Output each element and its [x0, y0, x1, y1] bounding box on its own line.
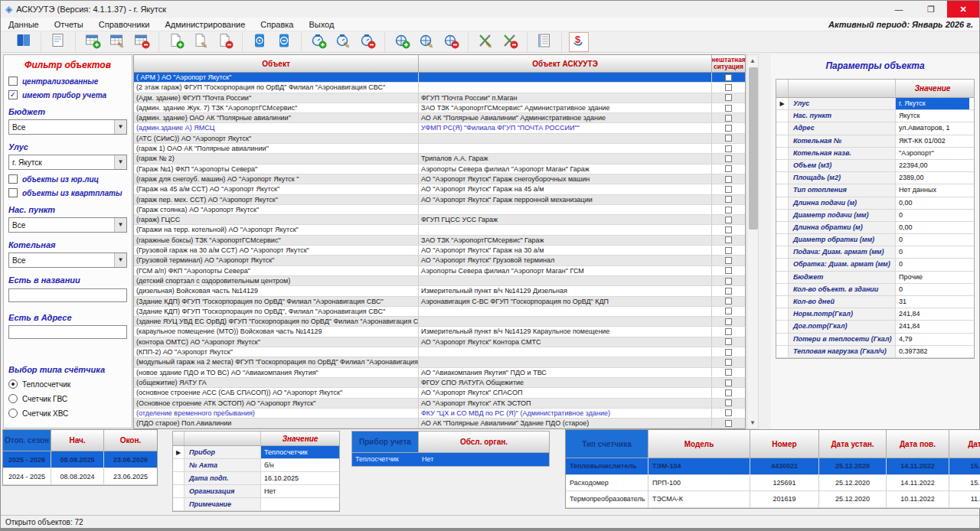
emergency-checkbox[interactable] [725, 145, 732, 152]
meters-column-header[interactable]: Дата сл. [949, 430, 980, 458]
param-row[interactable]: Длинна подачи (м)0,00 [776, 197, 974, 210]
chevron-down-icon[interactable]: ▼ [114, 253, 126, 267]
minimize-button[interactable]: — [883, 1, 915, 18]
object-row[interactable]: ( АРМ ) АО "Аэропорт Якутск" [134, 73, 745, 83]
object-row[interactable]: (детский спортзал с оздоровительным цент… [134, 276, 745, 286]
object-row[interactable]: (Гараж стоянка) АО "Аэропорт Якутск" [134, 205, 745, 215]
scroll-down-icon[interactable]: ▼ [747, 417, 758, 428]
boiler-select[interactable]: Все ▼ [8, 252, 127, 268]
object-row[interactable]: (дизельная) Войсковая часть №14129Измери… [134, 286, 745, 296]
radio-button[interactable] [8, 394, 18, 403]
param-row[interactable]: Длинна обратки (м)0,00 [776, 222, 974, 234]
device-row[interactable]: ТеплосчетчикНет [352, 453, 549, 466]
param-row[interactable]: Диаметр обратки (мм)0 [776, 234, 974, 246]
param-row[interactable]: Кол-во дней31 [776, 296, 974, 308]
object-row[interactable]: (Грузовой терминал) АО "Аэропорт Якутск"… [134, 256, 745, 266]
object-row[interactable]: (модульный гараж на 2 места) ФГУП "Госко… [134, 357, 745, 367]
sensor-add-button[interactable] [392, 32, 412, 52]
menu-item-1[interactable]: Данные [1, 19, 47, 30]
param-row[interactable]: БюджетПрочие [776, 272, 974, 284]
menu-item-3[interactable]: Справочники [91, 19, 158, 30]
param-row[interactable]: Тип отопленияНет данных [776, 184, 974, 197]
param-row[interactable]: Дог.потр(Гкал)241,84 [776, 321, 974, 333]
checkbox-2[interactable]: ✓ [8, 90, 18, 99]
emergency-checkbox[interactable] [725, 135, 732, 142]
emergency-checkbox[interactable] [725, 125, 732, 132]
emergency-checkbox[interactable] [725, 288, 732, 295]
emergency-checkbox[interactable] [725, 338, 732, 345]
checkbox-1[interactable] [8, 174, 18, 184]
object-row[interactable]: (админ. здание) ОАО АК "Полярные авиалин… [134, 113, 745, 123]
object-row[interactable]: (гараж № 2)Трипалов А.А. Гараж [134, 154, 745, 164]
chevron-down-icon[interactable]: ▼ [114, 218, 126, 232]
emergency-checkbox[interactable] [725, 247, 732, 254]
menu-item-5[interactable]: Справка [253, 19, 301, 30]
param-row[interactable]: Котельная назв."Аэропорт" [776, 148, 974, 160]
meter-row[interactable]: ТепловычислительТЭМ-104443002125.12.2020… [566, 458, 980, 475]
meter-remove-button[interactable] [358, 32, 377, 52]
table-remove-button[interactable] [132, 32, 152, 52]
object-row[interactable]: (гараж) ГЦССФГУП ГЦСС УСС Гараж [134, 215, 745, 225]
param-row[interactable]: Площадь (м2)2389,00 [776, 172, 974, 184]
object-row[interactable]: (ГСМ а/п) ФКП "Аэропорты Севера"Аэропорт… [134, 266, 745, 276]
season-row[interactable]: 2025 - 202608.08.202523.06.2026 [3, 451, 157, 468]
param-row[interactable]: Адресул.Авиаторов, 1 [776, 122, 974, 135]
param-row[interactable]: Потери в теплосети (Гкал)4,79 [776, 334, 974, 346]
emergency-checkbox[interactable] [725, 176, 732, 183]
checkbox-2[interactable] [8, 188, 18, 197]
column-header-object[interactable]: Объект [134, 55, 419, 72]
emergency-checkbox[interactable] [725, 267, 732, 274]
object-row[interactable]: (здание ЯУЦ УВД ЕС ОрВД) ФГУП "Госкорпор… [134, 317, 745, 327]
meters-column-header[interactable]: Дата устан. [819, 430, 887, 458]
meters-column-header[interactable]: Номер [750, 430, 819, 458]
emergency-checkbox[interactable] [725, 257, 732, 264]
object-row[interactable]: (Грузовой гараж на 30 а/м ССТ) АО "Аэроп… [134, 246, 745, 256]
scroll-up-icon[interactable]: ▲ [747, 55, 758, 67]
act-row[interactable]: Дата подп.16.10.2025 [173, 472, 339, 485]
param-row[interactable]: Тепловая нагрузка (Гкал/ч)0,397382 [776, 346, 974, 358]
grid-button[interactable] [534, 32, 554, 52]
ulus-select[interactable]: г. Якутск ▼ [8, 155, 127, 170]
device-view-button[interactable] [250, 32, 270, 52]
meter-row[interactable]: ТермопреобразовательТЭСМА-К20161925.12.2… [566, 491, 980, 508]
doc-add-button[interactable] [166, 32, 186, 52]
object-row[interactable]: (гараж для снегоуб. машин) АО "Аэропорт … [134, 174, 745, 184]
emergency-checkbox[interactable] [725, 207, 732, 213]
emergency-checkbox[interactable] [725, 308, 732, 314]
object-row[interactable]: (основное строение АСС (САБ СПАСОП)) АО … [134, 388, 745, 398]
table-edit-button[interactable]: ✎ [107, 32, 127, 52]
emergency-checkbox[interactable] [725, 217, 732, 223]
name-search-input[interactable] [8, 288, 127, 302]
object-row[interactable]: (Основное строение АТК ЭСТОП) АО "Аэропо… [134, 399, 745, 409]
column-header-emergency[interactable]: нештатная ситуация [712, 55, 745, 72]
object-row[interactable]: (новое здание ПДО и ТО ВС) АО "Авиакомпа… [134, 368, 745, 378]
param-row[interactable]: Нас. пунктЯкутск [776, 110, 974, 122]
emergency-checkbox[interactable] [725, 420, 732, 427]
radio-button[interactable] [8, 380, 18, 389]
emergency-checkbox[interactable] [725, 74, 732, 81]
vertical-scrollbar[interactable]: ▲ ▼ [746, 54, 759, 429]
param-row[interactable]: Котельная №ЯКТ-КК 01/002 [776, 135, 974, 148]
meters-column-header[interactable]: Тип счетчика [566, 430, 648, 458]
emergency-checkbox[interactable] [725, 186, 732, 193]
seasons-column-header[interactable]: Окон. [104, 430, 157, 451]
emergency-checkbox[interactable] [725, 399, 732, 406]
journal-button[interactable] [14, 32, 34, 52]
object-row[interactable]: (гаражные боксы) ТЗК "АэропортГСМсервис"… [134, 236, 745, 246]
budget-select[interactable]: Все ▼ [8, 119, 127, 135]
emergency-checkbox[interactable] [725, 359, 732, 366]
meters-column-header[interactable]: Дата пов. [887, 430, 949, 458]
emergency-checkbox[interactable] [725, 328, 732, 335]
emergency-checkbox[interactable] [725, 165, 732, 172]
emergency-checkbox[interactable] [725, 84, 732, 91]
maximize-button[interactable]: ❐ [915, 1, 947, 18]
seasons-column-header[interactable]: Отоп. сезон [3, 430, 51, 451]
currency-button[interactable]: $ [569, 32, 589, 52]
object-row[interactable]: (АТС (СИиС)) АО "Аэропорт Якутск" [134, 134, 745, 144]
sensor-remove-button[interactable] [441, 32, 461, 52]
object-row[interactable]: (общежитие) ЯАТУ ГАФГОУ СПО ЯАТУГА Общеж… [134, 378, 745, 388]
tools-edit-button[interactable]: ✎ [475, 32, 495, 52]
device-column-header[interactable]: Обсл. орган. [419, 432, 549, 452]
device-minus-button[interactable] [274, 32, 294, 52]
device-column-header[interactable]: Прибор учета [352, 432, 419, 452]
